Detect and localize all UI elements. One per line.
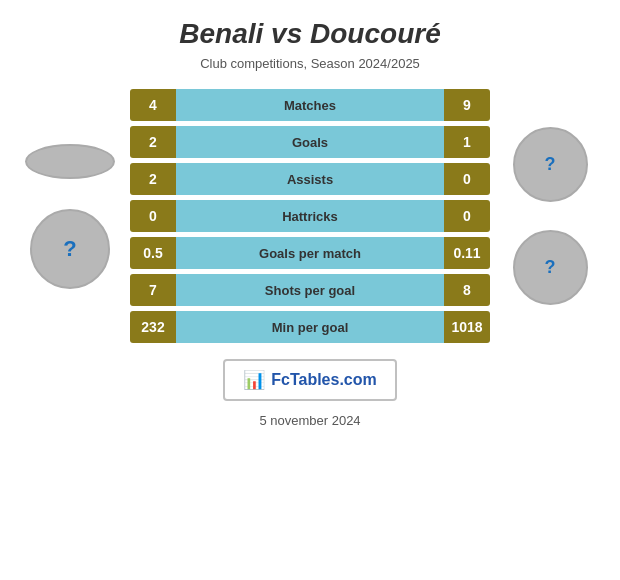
stat-right-value: 1018 — [444, 311, 490, 343]
stat-label: Min per goal — [176, 311, 444, 343]
stat-label: Hattricks — [176, 200, 444, 232]
stat-label: Matches — [176, 89, 444, 121]
right-player-circle-top: ? — [513, 127, 588, 202]
stat-left-value: 0 — [130, 200, 176, 232]
right-player-avatars: ? ? — [490, 127, 610, 305]
stat-left-value: 0.5 — [130, 237, 176, 269]
stat-right-value: 0 — [444, 200, 490, 232]
right-avatar-top-icon: ? — [545, 154, 556, 175]
stat-label: Goals — [176, 126, 444, 158]
page-subtitle: Club competitions, Season 2024/2025 — [200, 56, 420, 71]
stat-row: 4Matches9 — [130, 89, 490, 121]
stat-row: 2Goals1 — [130, 126, 490, 158]
right-player-circle-bottom: ? — [513, 230, 588, 305]
stat-label: Goals per match — [176, 237, 444, 269]
stat-row: 0.5Goals per match0.11 — [130, 237, 490, 269]
left-player-ellipse — [25, 144, 115, 179]
stat-row: 0Hattricks0 — [130, 200, 490, 232]
stat-left-value: 4 — [130, 89, 176, 121]
stat-row: 232Min per goal1018 — [130, 311, 490, 343]
left-player-circle: ? — [30, 209, 110, 289]
stat-right-value: 9 — [444, 89, 490, 121]
stats-table: 4Matches92Goals12Assists00Hattricks00.5G… — [130, 89, 490, 343]
stat-left-value: 232 — [130, 311, 176, 343]
stat-right-value: 8 — [444, 274, 490, 306]
page-wrapper: Benali vs Doucouré Club competitions, Se… — [0, 0, 620, 580]
logo-text: FcTables.com — [271, 371, 377, 389]
stat-row: 2Assists0 — [130, 163, 490, 195]
footer-date: 5 november 2024 — [259, 413, 360, 428]
stat-label: Assists — [176, 163, 444, 195]
stat-right-value: 0 — [444, 163, 490, 195]
left-avatar-icon: ? — [63, 236, 76, 262]
stat-right-value: 0.11 — [444, 237, 490, 269]
comparison-area: ? 4Matches92Goals12Assists00Hattricks00.… — [10, 89, 610, 343]
stat-right-value: 1 — [444, 126, 490, 158]
stat-left-value: 2 — [130, 163, 176, 195]
logo-icon: 📊 — [243, 369, 265, 391]
stat-left-value: 7 — [130, 274, 176, 306]
stat-row: 7Shots per goal8 — [130, 274, 490, 306]
right-avatar-bottom-icon: ? — [545, 257, 556, 278]
stat-label: Shots per goal — [176, 274, 444, 306]
stat-left-value: 2 — [130, 126, 176, 158]
page-title: Benali vs Doucouré — [179, 18, 440, 50]
logo-box: 📊 FcTables.com — [223, 359, 397, 401]
left-player-avatars: ? — [10, 144, 130, 289]
